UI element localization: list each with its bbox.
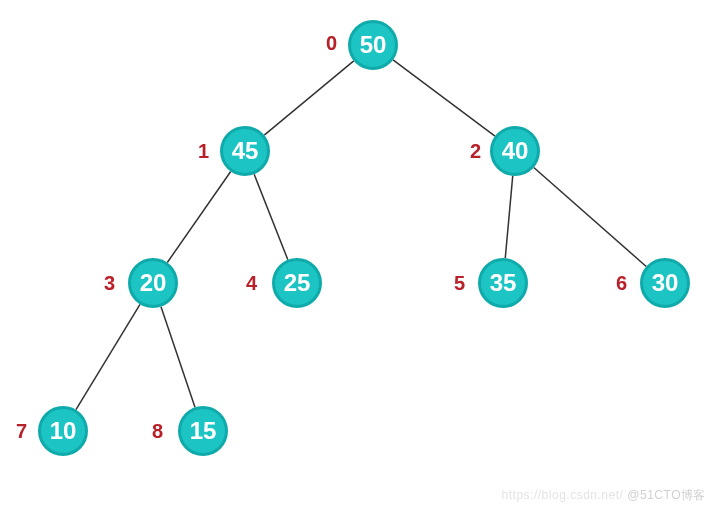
watermark-main: @51CTO博客 — [627, 488, 706, 502]
node-index-label: 2 — [470, 140, 481, 163]
node-index-label: 6 — [616, 272, 627, 295]
node-value: 50 — [360, 31, 387, 59]
tree-node: 45 — [220, 126, 270, 176]
node-index-label: 5 — [454, 272, 465, 295]
node-value: 30 — [652, 269, 679, 297]
node-index-label: 3 — [104, 272, 115, 295]
tree-node: 35 — [478, 258, 528, 308]
tree-edge — [534, 168, 646, 267]
tree-node: 30 — [640, 258, 690, 308]
node-index-label: 7 — [16, 420, 27, 443]
tree-node: 10 — [38, 406, 88, 456]
node-value: 15 — [190, 417, 217, 445]
node-index-label: 8 — [152, 420, 163, 443]
tree-edge — [505, 176, 512, 258]
node-index-label: 1 — [198, 140, 209, 163]
node-value: 40 — [502, 137, 529, 165]
tree-edge — [76, 304, 140, 409]
tree-node: 15 — [178, 406, 228, 456]
tree-edge — [393, 60, 495, 136]
tree-edges — [0, 0, 720, 510]
watermark: https://blog.csdn.net/@51CTO博客 — [502, 487, 706, 504]
node-index-label: 0 — [326, 32, 337, 55]
tree-edge — [254, 174, 288, 259]
tree-node: 20 — [128, 258, 178, 308]
tree-edge — [167, 172, 230, 263]
node-index-label: 4 — [246, 272, 257, 295]
tree-node: 50 — [348, 20, 398, 70]
watermark-faint: https://blog.csdn.net/ — [502, 488, 624, 502]
node-value: 35 — [490, 269, 517, 297]
tree-node: 40 — [490, 126, 540, 176]
tree-node: 25 — [272, 258, 322, 308]
node-value: 20 — [140, 269, 167, 297]
tree-edge — [161, 307, 195, 408]
node-value: 25 — [284, 269, 311, 297]
node-value: 45 — [232, 137, 259, 165]
node-value: 10 — [50, 417, 77, 445]
tree-edge — [264, 61, 353, 135]
